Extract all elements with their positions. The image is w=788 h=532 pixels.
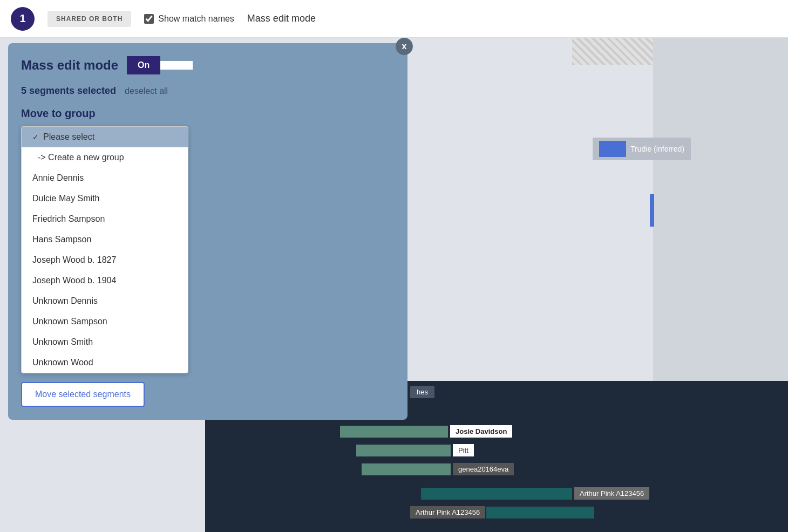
dropdown-item-create[interactable]: -> Create a new group — [22, 147, 188, 168]
dropdown-item-dulcie[interactable]: Dulcie May Smith — [22, 188, 188, 209]
toggle-switch[interactable]: On — [127, 56, 193, 74]
deselect-all-button[interactable]: deselect all — [125, 86, 168, 96]
check-icon: ✓ — [32, 133, 39, 141]
mass-edit-panel: x Mass edit mode On 5 segments selected … — [8, 43, 407, 420]
segments-row: 5 segments selected deselect all — [21, 85, 395, 97]
move-selected-segments-button[interactable]: Move selected segments — [21, 382, 145, 407]
blue-indicator — [650, 194, 654, 227]
genea-bar — [362, 463, 451, 475]
dropdown-item-please-select[interactable]: ✓ Please select — [22, 127, 188, 147]
top-bar: 1 SHARED OR BOTH Show match names Mass e… — [0, 0, 788, 38]
segments-count: 5 segments selected — [21, 85, 116, 97]
arthur-bottom2-label: Arthur Pink A123456 — [410, 506, 485, 519]
josie-label: Josie Davidson — [450, 425, 512, 438]
arthur-bottom2-segment: Arthur Pink A123456 — [410, 506, 594, 519]
dropdown-item-unknown-wood[interactable]: Unknown Wood — [22, 352, 188, 373]
trudie-blue-bar — [599, 141, 626, 157]
arthur-bottom2-bar — [486, 507, 594, 519]
dropdown-item-hans[interactable]: Hans Sampson — [22, 229, 188, 250]
dropdown-item-annie[interactable]: Annie Dennis — [22, 168, 188, 188]
josie-segment: Josie Davidson — [340, 425, 512, 438]
dropdown-item-joseph1904[interactable]: Joseph Wood b. 1904 — [22, 270, 188, 291]
hes-tab[interactable]: hes — [410, 386, 434, 398]
arthur-bottom-segment: Arthur Pink A123456 — [421, 487, 649, 500]
dropdown-item-unknown-sampson[interactable]: Unknown Sampson — [22, 311, 188, 332]
toggle-on-button[interactable]: On — [127, 56, 160, 74]
genea-label: genea20164eva — [453, 463, 514, 475]
arthur-bottom-label: Arthur Pink A123456 — [574, 487, 649, 500]
shared-or-both-button[interactable]: SHARED OR BOTH — [47, 11, 131, 27]
dropdown-list[interactable]: ✓ Please select -> Create a new group An… — [21, 126, 188, 373]
panel-title: Mass edit mode — [21, 58, 118, 73]
genea-segment: genea20164eva — [362, 463, 514, 475]
dropdown-item-unknown-dennis[interactable]: Unknown Dennis — [22, 291, 188, 311]
dropdown-item-unknown-smith[interactable]: Unknown Smith — [22, 332, 188, 352]
pitt-label: Pitt — [453, 444, 474, 456]
dropdown-item-joseph1827[interactable]: Joseph Wood b. 1827 — [22, 250, 188, 270]
show-match-names-text: Show match names — [158, 14, 234, 24]
dropdown-item-friedrich[interactable]: Friedrich Sampson — [22, 209, 188, 229]
mass-edit-mode-label: Mass edit mode — [247, 13, 316, 24]
josie-bar — [340, 426, 448, 438]
show-match-names-label[interactable]: Show match names — [144, 14, 234, 24]
toggle-off-button[interactable] — [160, 61, 193, 70]
dropdown-container[interactable]: ✓ Please select -> Create a new group An… — [21, 126, 188, 373]
close-button[interactable]: x — [396, 38, 413, 55]
show-match-names-checkbox[interactable] — [144, 14, 154, 24]
pitt-segment: Pitt — [356, 444, 474, 456]
panel-header: Mass edit mode On — [21, 56, 395, 74]
arthur-bottom-bar — [421, 488, 572, 500]
trudie-label: Trudie (inferred) — [593, 138, 691, 160]
badge-number: 1 — [11, 7, 35, 31]
pitt-bar — [356, 445, 451, 456]
main-content: n M123456 Trudie (inferred) hes Arthur P… — [0, 38, 788, 532]
move-to-group-label: Move to group — [21, 107, 395, 120]
trudie-text: Trudie (inferred) — [630, 145, 684, 153]
